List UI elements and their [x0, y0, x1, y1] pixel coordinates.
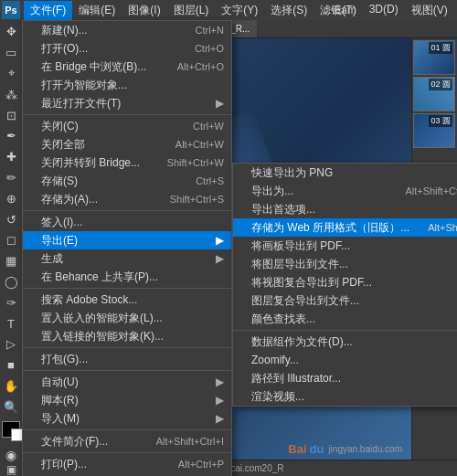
tool-hand[interactable]: ✋: [1, 376, 21, 397]
export-layers-files[interactable]: 将图层导出到文件...: [233, 255, 457, 273]
export-as[interactable]: 导出为... Alt+Shift+Ctrl+W: [233, 182, 457, 200]
menu-view[interactable]: 视图(V): [405, 1, 454, 20]
menu-scripts[interactable]: 脚本(R) ▶: [23, 391, 231, 409]
tool-zoom[interactable]: 🔍: [1, 397, 21, 417]
tool-shape[interactable]: ■: [1, 355, 21, 376]
menu-items: 文件(F) 编辑(E) 图像(I) 图层(L) 文字(Y) 选择(S) 滤镜(T…: [24, 1, 457, 20]
menu-close-all[interactable]: 关闭全部 Alt+Ctrl+W: [23, 135, 231, 153]
menu-open[interactable]: 打开(O)... Ctrl+O: [23, 39, 231, 58]
watermark-url: jingyan.baidu.com: [328, 444, 402, 454]
tool-pen[interactable]: ✑: [1, 292, 21, 312]
app-logo: Ps: [2, 1, 20, 19]
left-toolbar: ✥ ▭ ⌖ ⁂ ⊡ ✒ ✚ ✏ ⊕ ↺ ◻ ▦ ◯ ✑ T ▷ ■ ✋ 🔍 ◉ …: [0, 20, 22, 476]
menu-generate[interactable]: 生成 ▶: [23, 249, 231, 268]
thumbnail-3[interactable]: 03 圆: [413, 113, 455, 148]
export-render-video[interactable]: 渲染视频...: [233, 387, 457, 406]
menu-print[interactable]: 打印(P)... Alt+Ctrl+P: [23, 455, 231, 473]
menu-window[interactable]: 窗口(W): [454, 1, 457, 20]
export-prefs[interactable]: 导出首选项...: [233, 200, 457, 218]
menu-edit[interactable]: 编辑(E): [72, 1, 122, 20]
tool-eraser[interactable]: ◻: [1, 230, 21, 250]
menu-new[interactable]: 新建(N)... Ctrl+N: [23, 21, 231, 39]
screen-mode[interactable]: ▣: [6, 463, 16, 476]
thumb-label-2: 02 圆: [429, 79, 452, 90]
tool-healing[interactable]: ✚: [1, 147, 21, 167]
menu-place-embedded[interactable]: 置入嵌入的智能对象(L)...: [23, 309, 231, 327]
menu-image[interactable]: 图像(I): [122, 1, 166, 20]
menu-file[interactable]: 文件(F): [24, 1, 72, 20]
top-right-label: Eam: [334, 0, 356, 20]
sep6: [23, 429, 231, 430]
export-zoomify[interactable]: Zoomify...: [233, 351, 457, 369]
thumb-label-1: 01 圆: [429, 42, 452, 54]
menu-text[interactable]: 文字(Y): [215, 1, 264, 20]
sep1: [23, 114, 231, 115]
menu-recent[interactable]: 最近打开文件(T) ▶: [23, 94, 231, 112]
menu-open-smart[interactable]: 打开为智能对象...: [23, 76, 231, 94]
export-comps-files[interactable]: 图层复合导出到文件...: [233, 291, 457, 310]
menu-bridge-browse[interactable]: 在 Bridge 中浏览(B)... Alt+Ctrl+O: [23, 58, 231, 76]
menu-bar: Ps 文件(F) 编辑(E) 图像(I) 图层(L) 文字(Y) 选择(S) 滤…: [0, 0, 457, 20]
menu-3d[interactable]: 3D(D): [363, 1, 405, 20]
tool-history[interactable]: ↺: [1, 209, 21, 229]
menu-save-as[interactable]: 存储为(A)... Shift+Ctrl+S: [23, 190, 231, 208]
thumb-label-3: 03 圆: [429, 115, 452, 127]
tool-select-rect[interactable]: ▭: [1, 43, 21, 63]
sep7: [23, 452, 231, 453]
sep2: [23, 210, 231, 211]
watermark: Bai du jingyan.baidu.com: [288, 442, 402, 456]
export-color-lookup[interactable]: 颜色查找表...: [233, 310, 457, 328]
menu-package[interactable]: 打包(G)...: [23, 350, 231, 368]
tool-wand[interactable]: ⁂: [1, 84, 21, 104]
export-submenu[interactable]: 快速导出为 PNG 导出为... Alt+Shift+Ctrl+W 导出首选项.…: [232, 163, 457, 407]
tool-type[interactable]: T: [1, 313, 21, 333]
tool-clone[interactable]: ⊕: [1, 188, 21, 208]
menu-checkin[interactable]: 签入(I)...: [23, 213, 231, 231]
menu-close-bridge[interactable]: 关闭并转到 Bridge... Shift+Ctrl+W: [23, 153, 231, 172]
export-sep1: [233, 330, 457, 331]
menu-select[interactable]: 选择(S): [264, 1, 314, 20]
menu-import[interactable]: 导入(M) ▶: [23, 409, 231, 428]
menu-file-info[interactable]: 文件简介(F)... Alt+Shift+Ctrl+I: [23, 432, 231, 450]
export-paths-illustrator[interactable]: 路径到 Illustrator...: [233, 369, 457, 387]
thumbnail-2[interactable]: 02 圆: [413, 77, 455, 111]
tool-crop[interactable]: ⊡: [1, 105, 21, 125]
quick-mask[interactable]: ◉: [5, 448, 16, 462]
tool-lasso[interactable]: ⌖: [1, 64, 21, 84]
menu-adobe-stock[interactable]: 搜索 Adobe Stock...: [23, 291, 231, 309]
tool-dodge[interactable]: ◯: [1, 272, 21, 292]
tool-eyedropper[interactable]: ✒: [1, 126, 21, 146]
export-quick-png[interactable]: 快速导出为 PNG: [233, 164, 457, 182]
menu-layer[interactable]: 图层(L): [167, 1, 216, 20]
file-menu-dropdown[interactable]: 新建(N)... Ctrl+N 打开(O)... Ctrl+O 在 Bridge…: [22, 20, 232, 476]
foreground-color[interactable]: [2, 421, 20, 438]
tool-brush[interactable]: ✏: [1, 168, 21, 188]
tool-path-select[interactable]: ▷: [1, 334, 21, 354]
watermark-baidu2: du: [310, 442, 324, 456]
menu-close[interactable]: 关闭(C) Ctrl+W: [23, 117, 231, 135]
menu-place-linked[interactable]: 置入链接的智能对象(K)...: [23, 327, 231, 345]
tool-gradient[interactable]: ▦: [1, 251, 21, 271]
sep3: [23, 288, 231, 289]
export-comps-pdf[interactable]: 将视图复合导出到 PDF...: [233, 273, 457, 291]
export-save-for-web[interactable]: 存储为 Web 所用格式（旧版）... Alt+Shift+Ctrl+S: [233, 218, 457, 237]
menu-export[interactable]: 导出(E) ▶: [23, 231, 231, 249]
export-artboard-pdf[interactable]: 将画板导出到 PDF...: [233, 237, 457, 255]
tool-move[interactable]: ✥: [1, 22, 21, 42]
sep5: [23, 370, 231, 371]
thumbnail-1[interactable]: 01 圆: [413, 40, 455, 75]
menu-save[interactable]: 存储(S) Ctrl+S: [23, 172, 231, 190]
menu-behance[interactable]: 在 Behance 上共享(P)...: [23, 268, 231, 286]
export-data-sets[interactable]: 数据组作为文件(D)...: [233, 333, 457, 351]
sep4: [23, 347, 231, 348]
watermark-baidu: Bai: [288, 442, 306, 456]
menu-automate[interactable]: 自动(U) ▶: [23, 373, 231, 391]
